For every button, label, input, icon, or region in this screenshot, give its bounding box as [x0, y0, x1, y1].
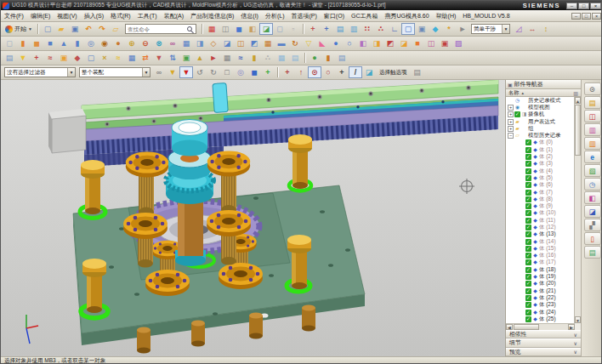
history-icon[interactable]: ◷ — [584, 178, 601, 191]
menu-item[interactable]: GC工具箱 — [348, 10, 382, 21]
blank-box-icon[interactable]: ▫ — [287, 23, 300, 35]
shaded-select-icon[interactable]: ◼ — [247, 66, 261, 78]
expander-icon[interactable] — [519, 175, 525, 181]
undo-curve-icon[interactable]: ↺ — [193, 66, 207, 78]
menu-item[interactable]: 分析(L) — [262, 10, 288, 21]
workpiece-icon[interactable]: ▣ — [57, 52, 71, 64]
tree-item[interactable]: + ▰ 用户表达式 — [506, 118, 575, 125]
scroll-left-icon[interactable]: ◀ — [506, 324, 513, 330]
info-window-icon[interactable]: ▤ — [333, 23, 347, 35]
shrinkage-icon[interactable]: ≈ — [111, 52, 125, 64]
collapsed-section[interactable]: 预览 ∨ — [506, 348, 581, 356]
expander-icon[interactable] — [519, 310, 525, 316]
menu-item[interactable]: 视图(V) — [54, 10, 80, 21]
mold-tool-icon[interactable]: ◪ — [397, 37, 411, 49]
block-icon[interactable]: ■ — [43, 37, 57, 49]
tree-item[interactable]: ✓ ◆ 体 (25) — [506, 316, 575, 322]
shaded-cube-icon[interactable]: ◼ — [232, 23, 246, 35]
mold-core-icon[interactable]: ◨ — [370, 37, 383, 49]
menu-item[interactable]: 窗口(O) — [321, 10, 348, 21]
csys-axes-icon[interactable]: ∟ — [388, 23, 401, 35]
menu-item[interactable]: 燕秀UG模具8.60 — [381, 10, 432, 21]
menu-item[interactable]: 首选项(P) — [288, 10, 321, 21]
window-layout-icon[interactable]: ▦ — [205, 23, 219, 35]
visualization-icon[interactable]: ▧ — [584, 164, 601, 177]
mirror-body-icon[interactable]: ◩ — [247, 37, 261, 49]
copy-face-icon[interactable]: ▤ — [3, 52, 16, 64]
expander-icon[interactable] — [519, 239, 525, 245]
dots-icon[interactable]: ∴ — [261, 52, 275, 64]
constraint-navigator-icon[interactable]: ◫ — [584, 110, 601, 122]
unite-icon[interactable]: ⊕ — [125, 37, 139, 49]
expander-icon[interactable] — [519, 281, 525, 287]
render-style-icon[interactable]: * — [442, 23, 456, 35]
tool-x-icon[interactable]: × — [98, 52, 111, 64]
expander-icon[interactable] — [519, 253, 525, 259]
snap-options-button[interactable]: 选择触选项 — [376, 67, 411, 78]
expander-icon[interactable] — [519, 295, 525, 301]
part-navigator-header[interactable]: ▣ 部件导航器 — [506, 80, 581, 89]
datum-points-icon[interactable]: ∷ — [361, 23, 374, 35]
top-collar[interactable] — [172, 120, 207, 156]
subtract-icon[interactable]: ⊖ — [139, 37, 152, 49]
expander-icon[interactable] — [519, 210, 525, 216]
open-icon[interactable]: ▰ — [54, 23, 68, 35]
column-filter-icon[interactable]: ▥ — [573, 90, 578, 96]
mdi-restore-button[interactable]: □ — [582, 13, 591, 20]
expander-icon[interactable] — [519, 161, 525, 167]
chevron-down-icon[interactable]: ∨ — [574, 332, 577, 338]
revolve-icon[interactable]: ↻ — [288, 37, 302, 49]
command-finder-input[interactable] — [126, 25, 187, 33]
swap-model-icon[interactable]: ⇄ — [139, 52, 152, 64]
move-handles-icon[interactable]: + — [261, 66, 275, 78]
translucent-cube-icon[interactable]: ◻ — [273, 23, 287, 35]
sew-icon[interactable]: ∞ — [166, 37, 179, 49]
cone-tool-icon[interactable]: ▲ — [193, 52, 207, 64]
pocket-tool-icon[interactable]: ▼ — [152, 52, 166, 64]
mold-box-icon[interactable]: ■ — [411, 37, 424, 49]
select-inside-icon[interactable]: ▼ — [166, 66, 179, 78]
patch-icon[interactable]: ▦ — [179, 37, 193, 49]
expander-icon[interactable] — [519, 182, 525, 188]
expander-icon[interactable] — [519, 231, 525, 237]
menu-item[interactable]: 格式(R) — [107, 10, 134, 21]
wireframe-sphere-icon[interactable]: ○ — [343, 37, 356, 49]
rect-select-icon[interactable]: □ — [220, 66, 234, 78]
link-body-icon[interactable]: ≈ — [43, 52, 57, 64]
scroll-right-icon[interactable]: ▶ — [568, 324, 575, 330]
open-recent-icon[interactable]: ▱ — [109, 23, 122, 35]
snap-on-line-icon[interactable]: / — [349, 66, 362, 78]
barrel-icon[interactable]: ▮ — [321, 52, 335, 64]
menu-item[interactable]: 文件(F) — [1, 10, 27, 21]
minimize-button[interactable]: – — [566, 3, 577, 9]
select-funnel-icon[interactable]: ▼ — [179, 66, 193, 78]
assembly-navigator-icon[interactable]: ▤ — [584, 96, 601, 109]
curve-icon[interactable]: ≈ — [234, 52, 247, 64]
frame-icon[interactable]: ▦ — [220, 52, 234, 64]
expander-icon[interactable] — [519, 147, 525, 153]
save-icon[interactable]: ▣ — [68, 23, 82, 35]
measure-angle-icon[interactable]: ◿ — [512, 23, 525, 35]
pad-icon[interactable]: ● — [111, 37, 125, 49]
gem-icon[interactable]: ◆ — [429, 23, 442, 35]
mold-cavity-icon[interactable]: ◧ — [356, 37, 370, 49]
scroll-up-icon[interactable]: ▲ — [575, 97, 581, 104]
display-mode-icon[interactable]: ◫ — [219, 23, 232, 35]
mold-insert-icon[interactable]: ◫ — [424, 37, 438, 49]
mold-trim-icon[interactable]: ▣ — [438, 37, 452, 49]
flag-icon[interactable]: ► — [207, 52, 220, 64]
dimension-icon[interactable]: ↕ — [539, 23, 553, 35]
snap-intersection-icon[interactable]: + — [335, 66, 349, 78]
internet-explorer-icon[interactable]: e — [584, 151, 601, 163]
globe-icon[interactable]: ◎ — [234, 66, 247, 78]
expander-icon[interactable] — [519, 139, 525, 145]
scene-icon[interactable]: ◪ — [584, 205, 601, 218]
maximize-button[interactable]: □ — [578, 3, 589, 9]
viewport-canvas[interactable] — [1, 80, 505, 356]
mold-csys-icon[interactable]: + — [30, 52, 43, 64]
scale-body-icon[interactable]: ◇ — [207, 37, 220, 49]
point-set-icon[interactable]: ∴ — [374, 23, 388, 35]
parting-icon[interactable]: ◆ — [71, 52, 84, 64]
expander-icon[interactable] — [519, 218, 525, 224]
mold-split-icon[interactable]: ◩ — [383, 37, 397, 49]
